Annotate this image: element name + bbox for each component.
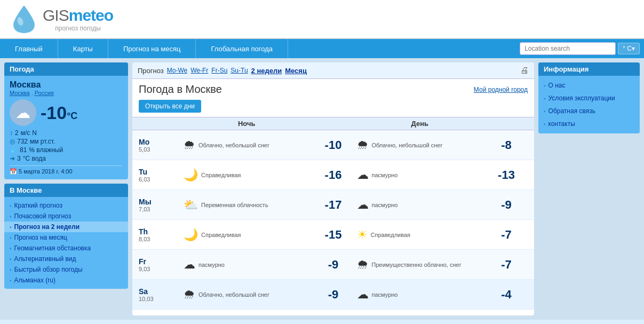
left-panel: Погода Москва Москва , Россия ☁ -10°С ↕ [4, 62, 128, 315]
col-night-header: Ночь [181, 120, 312, 128]
list-item[interactable]: ▪Альтернативный вид [4, 254, 128, 264]
day-temp-cell: -13 [485, 168, 528, 182]
day-date: 10,03 [139, 296, 181, 302]
tab-2weeks[interactable]: 2 недели [251, 67, 282, 75]
logo-subtitle: прогноз погоды [43, 25, 113, 32]
day-weather-cell: 🌨 Облачно, небольшой снег [355, 138, 486, 152]
list-item[interactable]: ▪Почасовой прогноз [4, 211, 128, 222]
day-temp-cell: -9 [485, 198, 528, 212]
day-temp-cell: -4 [485, 288, 528, 302]
day-weather-desc: Облачно, небольшой снег [372, 142, 443, 148]
day-weather-desc: Преимущественно облачно, снег [372, 262, 462, 268]
day-abbr: Sa [139, 287, 181, 296]
tab-su-tu[interactable]: Su-Tu [230, 67, 248, 74]
day-weather-cell: ☁ пасмурно [355, 168, 486, 182]
logo-icon [11, 4, 37, 34]
night-weather-desc: Облачно, небольшой снег [198, 291, 269, 298]
pressure-icon: ◎ [10, 138, 15, 145]
day-temp-cell: -7 [485, 258, 528, 272]
night-weather-cell: 🌨 Облачно, небольшой снег [181, 288, 312, 302]
col-empty3 [485, 120, 528, 128]
day-cell: Fr 9,03 [139, 257, 181, 272]
center-panel: Прогноз Mo-We We-Fr Fr-Su Su-Tu 2 недели… [132, 62, 534, 315]
day-abbr: Tu [139, 168, 181, 176]
forecast-row: Мы 7,03 ⛅ Переменная облачность -17 ☁ па… [132, 190, 534, 220]
forecast-tabs-bar: Прогноз Mo-We We-Fr Fr-Su Su-Tu 2 недели… [132, 62, 534, 79]
open-all-days-button[interactable]: Открыть все дни [139, 100, 201, 113]
humidity-detail: 💧 81 % влажный [10, 146, 123, 154]
weather-panel-title: Погода [4, 62, 128, 76]
day-date: 9,03 [139, 266, 181, 272]
night-temp-cell: -9 [312, 288, 355, 302]
bullet-icon: ▪ [10, 267, 12, 273]
city-breadcrumb: Москва , Россия [10, 90, 123, 96]
tab-month[interactable]: Месяц [285, 67, 307, 75]
tab-we-fr[interactable]: We-Fr [190, 67, 208, 74]
night-temp-cell: -17 [312, 198, 355, 212]
info-panel-title: Информация [538, 62, 640, 76]
prognoz-label: Прогноз [138, 67, 164, 75]
day-abbr: Th [139, 227, 181, 236]
wind-detail: ↕ 2 м/с N [10, 129, 123, 137]
tab-mo-we[interactable]: Mo-We [167, 67, 187, 74]
list-item[interactable]: ▪Прогноз на 2 недели [4, 222, 128, 232]
bullet-icon: ▪ [10, 246, 12, 251]
info-item[interactable]: ▪ Условия эксплуатации [538, 92, 640, 105]
night-weather-cell: ⛅ Переменная облачность [181, 198, 312, 212]
col-day-header: День [355, 120, 486, 128]
unit-selector-button[interactable]: ° С▾ [618, 43, 640, 54]
day-weather-icon: ☁ [357, 198, 369, 212]
day-abbr: Mo [139, 138, 181, 146]
night-weather-desc: Справедливая [201, 232, 241, 238]
night-weather-desc: Облачно, небольшой снег [198, 142, 269, 148]
night-weather-cell: 🌨 Облачно, небольшой снег [181, 138, 312, 152]
day-temp-cell: -8 [485, 138, 528, 152]
open-all-container: Открыть все дни [132, 100, 534, 117]
day-date: 5,03 [139, 146, 181, 153]
location-search-input[interactable] [520, 42, 616, 55]
day-weather-icon: 🌨 [357, 258, 369, 272]
night-weather-icon: 🌙 [184, 168, 198, 182]
city-link[interactable]: Москва [10, 90, 30, 96]
right-panel: Информация ▪ О нас ▪ Условия эксплуатаци… [538, 62, 640, 315]
day-weather-desc: пасмурно [372, 202, 398, 208]
bullet-icon: ▪ [10, 224, 12, 230]
forecast-row: Tu 6,03 🌙 Справедливая -16 ☁ пасмурно -1… [132, 160, 534, 190]
night-weather-desc: пасмурно [198, 262, 225, 268]
info-panel: Информация ▪ О нас ▪ Условия эксплуатаци… [538, 62, 640, 133]
night-weather-desc: Переменная облачность [201, 202, 268, 208]
tab-fr-su[interactable]: Fr-Su [211, 67, 227, 74]
list-item[interactable]: ▪Прогноз на месяц [4, 232, 128, 243]
my-city-link[interactable]: Мой родной город [474, 86, 528, 93]
country-link[interactable]: Россия [35, 90, 54, 96]
info-item[interactable]: ▪ контакты [538, 117, 640, 130]
print-icon[interactable]: 🖨 [520, 66, 529, 75]
day-cell: Tu 6,03 [139, 168, 181, 183]
nav-global[interactable]: Глобальная погода [196, 39, 288, 58]
nav-home[interactable]: Главный [0, 39, 58, 58]
night-temp-cell: -16 [312, 168, 355, 182]
bullet-icon: ▪ [10, 256, 12, 262]
info-item[interactable]: ▪ Обратная связь [538, 105, 640, 117]
list-item[interactable]: ▪Краткий прогноз [4, 200, 128, 211]
search-area: ° С▾ [515, 42, 644, 55]
info-list: ▪ О нас ▪ Условия эксплуатации ▪ Обратна… [538, 76, 640, 133]
list-item[interactable]: ▪Геомагнитная обстановка [4, 243, 128, 254]
info-item[interactable]: ▪ О нас [538, 79, 640, 92]
night-temp-cell: -9 [312, 258, 355, 272]
nav-maps[interactable]: Карты [58, 39, 108, 58]
day-weather-desc: Справедливая [371, 232, 411, 238]
bullet-icon: ▪ [544, 121, 546, 127]
night-weather-icon: ☁ [184, 258, 195, 272]
bullet-icon: ▪ [544, 96, 546, 101]
day-weather-desc: пасмурно [372, 291, 398, 298]
day-weather-desc: пасмурно [372, 172, 398, 178]
nav-month[interactable]: Прогноз на месяц [108, 39, 196, 58]
list-item[interactable]: ▪Быстрый обзор погоды [4, 264, 128, 275]
night-temp-cell: -10 [312, 138, 355, 152]
list-item[interactable]: ▪Альманах (ru) [4, 275, 128, 286]
night-weather-icon: 🌨 [184, 288, 195, 302]
main-layout: Погода Москва Москва , Россия ☁ -10°С ↕ [0, 58, 644, 320]
col-empty2 [312, 120, 355, 128]
bullet-icon: ▪ [544, 108, 546, 114]
